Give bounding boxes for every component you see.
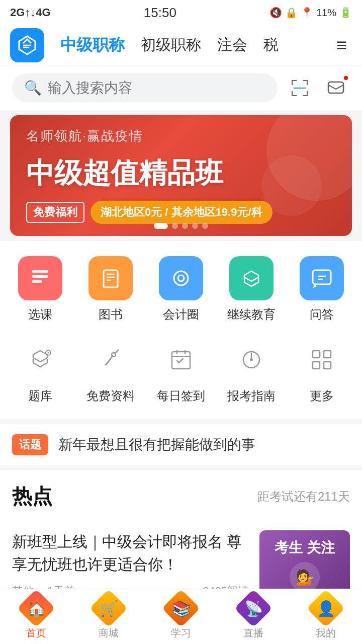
icon-meiriqiandao[interactable]: 每日签到	[151, 338, 211, 404]
svg-rect-9	[328, 82, 343, 93]
banner-pagination	[154, 223, 208, 229]
clock: 15:50	[144, 5, 176, 21]
svg-rect-11	[32, 275, 48, 278]
icon-mianfeizhiliao[interactable]: 免费资料	[80, 338, 141, 404]
svg-point-15	[178, 275, 184, 281]
svg-rect-8	[294, 88, 306, 89]
svg-rect-1	[292, 80, 293, 85]
bottom-nav-shop[interactable]: 🛒 商城	[72, 589, 145, 644]
mianfei-label: 免费资料	[86, 388, 135, 404]
bottom-nav-mine[interactable]: 👤 我的	[290, 589, 362, 644]
banner-decor2	[261, 155, 322, 216]
svg-rect-13	[104, 270, 118, 287]
shop-icon: 🛒	[94, 593, 124, 623]
tushu-icon	[99, 266, 123, 290]
icon-xuanke[interactable]: 选课	[10, 256, 70, 323]
search-icon: 🔍	[24, 79, 42, 96]
banner-dot-4[interactable]	[192, 223, 198, 229]
bottom-nav-home[interactable]: 🏠 首页	[0, 589, 72, 644]
xuanke-label: 选课	[28, 306, 52, 323]
xuanke-icon	[28, 266, 52, 290]
message-icon	[327, 79, 345, 97]
home-icon: 🏠	[21, 593, 51, 623]
mine-diamond: 👤	[307, 589, 345, 627]
tab-zhongji[interactable]: 中级职称	[52, 34, 133, 56]
qiandao-icon	[159, 338, 203, 382]
header-nav: 中级职称 初级职称 注会 税 ≡	[0, 25, 362, 65]
nav-tabs: 中级职称 初级职称 注会 税	[52, 34, 331, 56]
banner-dot-3[interactable]	[182, 223, 188, 229]
tab-tax[interactable]: 税	[255, 35, 287, 55]
banner-free-tag: 免费福利	[26, 202, 84, 223]
main-banner[interactable]: 名师领航·赢战疫情 中级超值精品班 免费福利 湖北地区0元 / 其余地区19.9…	[10, 115, 352, 236]
scan-button[interactable]	[286, 74, 314, 102]
study-icon: 📚	[166, 593, 196, 623]
svg-rect-24	[324, 351, 331, 358]
icon-wenda[interactable]: 问答	[292, 256, 352, 323]
icon-tiku[interactable]: 题库	[10, 338, 70, 404]
kuaijiquan-icon-box	[159, 256, 203, 300]
svg-rect-5	[292, 91, 293, 96]
status-bar: 2G↑↓4G 15:50 🔇 🔒 📍 11% 🔋	[0, 0, 362, 25]
thumb-title: 考生 关注	[275, 539, 335, 557]
svg-rect-7	[307, 91, 308, 96]
hot-topic-bar[interactable]: 话题 新年最想且很有把握能做到的事	[0, 424, 362, 465]
svg-point-18	[48, 352, 49, 354]
mine-label: 我的	[316, 626, 336, 640]
search-bar: 🔍	[0, 65, 362, 110]
tiku-svg	[27, 347, 53, 373]
bottom-nav: 🏠 首页 🛒 商城 📚 学习 📡 直播 👤	[0, 589, 362, 644]
message-badge	[343, 75, 349, 81]
svg-rect-16	[313, 270, 331, 284]
home-label: 首页	[26, 626, 46, 640]
banner-dot-5[interactable]	[202, 223, 208, 229]
icon-tushu[interactable]: 图书	[80, 256, 141, 323]
icon-kuaijiquan[interactable]: 会计圈	[151, 256, 211, 323]
battery-indicator: 🔇 🔒 📍 11% 🔋	[269, 7, 352, 19]
xuanke-icon-box	[18, 256, 62, 300]
tushu-label: 图书	[99, 306, 123, 323]
banner-dot-1[interactable]	[154, 223, 168, 229]
message-button[interactable]	[322, 74, 350, 102]
tab-zhuhui[interactable]: 注会	[209, 35, 255, 55]
jixujiaoju-label: 继续教育	[227, 306, 276, 323]
more-icon	[300, 338, 344, 382]
logo-icon	[16, 34, 38, 56]
icon-row-2: 题库 免费资料 每日签到 报考指南 更多	[0, 333, 362, 414]
quick-icons: 选课 图书 会计圈 继续教育 问答	[0, 241, 362, 419]
banner-price: 湖北地区0元 / 其余地区19.9元/科	[90, 201, 273, 224]
more-svg	[309, 347, 335, 373]
icon-baokaozhianan[interactable]: 报考指南	[221, 338, 282, 404]
bottom-nav-live[interactable]: 📡 直播	[217, 589, 290, 644]
search-input-wrap[interactable]: 🔍	[12, 73, 278, 102]
kuaijiquan-icon	[169, 266, 193, 290]
bottom-nav-study[interactable]: 📚 学习	[145, 589, 217, 644]
qiandao-label: 每日签到	[157, 388, 205, 404]
tab-chuji[interactable]: 初级职称	[133, 35, 209, 55]
study-diamond: 📚	[162, 589, 200, 627]
shop-label: 商城	[99, 626, 119, 640]
svg-rect-23	[313, 351, 320, 358]
icon-row-1: 选课 图书 会计圈 继续教育 问答	[0, 251, 362, 333]
live-diamond: 📡	[234, 589, 273, 627]
svg-point-14	[174, 271, 188, 285]
icon-gengduo[interactable]: 更多	[292, 338, 352, 404]
study-label: 学习	[171, 626, 191, 640]
topic-tag: 话题	[12, 434, 48, 455]
search-input[interactable]	[48, 80, 265, 96]
jixujiaoju-icon	[239, 266, 263, 290]
shop-diamond: 🛒	[89, 589, 128, 627]
baokao-label: 报考指南	[227, 388, 276, 404]
hamburger-menu[interactable]: ≡	[331, 35, 352, 56]
hot-header: 热点 距考试还有211天	[12, 482, 350, 510]
jixujiaoju-icon-box	[229, 256, 274, 300]
tushu-icon-box	[88, 256, 133, 300]
hot-title: 热点	[12, 482, 52, 510]
wenda-icon	[310, 266, 334, 290]
svg-rect-10	[32, 270, 48, 273]
banner-dot-2[interactable]	[172, 223, 178, 229]
live-icon: 📡	[238, 593, 268, 623]
live-label: 直播	[243, 626, 263, 640]
icon-jixujiaoju[interactable]: 继续教育	[221, 256, 282, 323]
app-logo[interactable]	[10, 28, 44, 62]
